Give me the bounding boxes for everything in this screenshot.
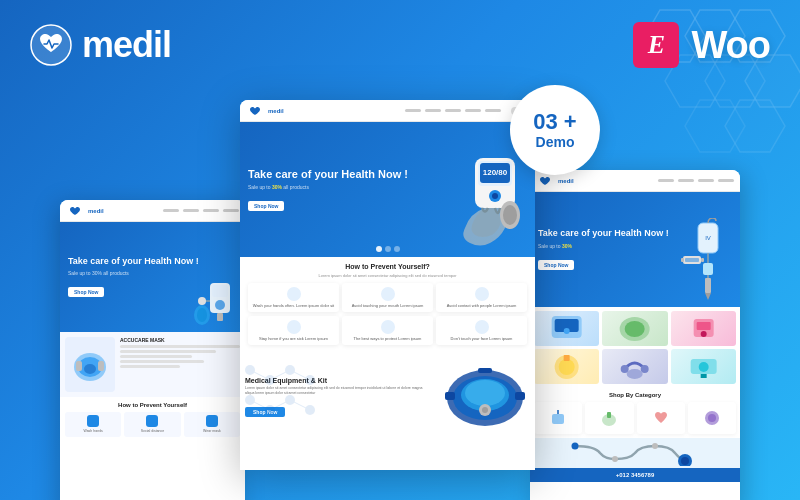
header: medil E Woo	[0, 0, 800, 90]
svg-point-80	[627, 369, 643, 379]
category-item-2	[585, 402, 633, 434]
card-text: Stay home if you are sick Lorem ipsum	[251, 336, 336, 341]
pagination-dot	[385, 246, 391, 252]
nav-item	[223, 209, 239, 212]
svg-point-94	[652, 443, 658, 449]
screen-center: medil Take care of your Health Now ! Sal…	[240, 100, 535, 470]
prevent-icon	[206, 415, 218, 427]
left-nav-items	[163, 209, 239, 212]
svg-rect-87	[607, 412, 611, 418]
svg-rect-83	[700, 374, 706, 378]
svg-point-56	[482, 407, 488, 413]
product-thumb-3	[671, 311, 736, 346]
badge-area: E Woo	[633, 22, 770, 68]
nav-item	[485, 109, 501, 112]
nav-item	[465, 109, 481, 112]
left-product-info: ACCUCARE MASK	[120, 337, 240, 392]
svg-point-76	[559, 359, 575, 375]
detail-line	[120, 345, 240, 348]
prevent-text: Wear mask	[187, 429, 237, 434]
svg-point-93	[612, 456, 618, 462]
svg-point-89	[708, 414, 716, 422]
right-product-grid	[530, 307, 740, 388]
woo-text: Woo	[691, 24, 770, 67]
left-prevent-title: How to Prevent Yourself	[65, 402, 240, 408]
prevent-icon	[146, 415, 158, 427]
logo-text: medil	[82, 24, 171, 66]
nav-item	[425, 109, 441, 112]
dna-decoration	[240, 360, 330, 439]
nav-item	[163, 209, 179, 212]
svg-rect-77	[564, 355, 570, 361]
svg-rect-15	[212, 285, 228, 297]
prevent-card: Wear mask	[184, 412, 240, 437]
center-nav-logo: medil	[268, 108, 284, 114]
center-nav-items	[405, 109, 501, 112]
svg-point-74	[700, 331, 706, 337]
svg-rect-66	[701, 258, 704, 262]
logo-area: medil	[30, 24, 171, 66]
svg-point-32	[492, 193, 498, 199]
hero-pagination	[376, 246, 400, 252]
svg-rect-62	[705, 278, 711, 293]
product-thumb-4	[534, 349, 599, 384]
card-icon	[381, 287, 395, 301]
prevent-text: Wash hands	[68, 429, 118, 434]
left-product-section: ACCUCARE MASK	[60, 332, 245, 397]
equip-image	[440, 360, 530, 434]
right-hero-btn[interactable]: Shop Now	[538, 260, 574, 270]
svg-rect-17	[217, 313, 223, 321]
nav-item	[405, 109, 421, 112]
detail-line	[120, 360, 204, 363]
left-hero-btn[interactable]: Shop Now	[68, 287, 104, 297]
screen-left: medil Take care of your Health Now ! Sal…	[60, 200, 245, 500]
category-row	[534, 402, 736, 434]
center-prevent-section: How to Prevent Yourself? Lorem ipsum dol…	[240, 257, 535, 355]
card-icon	[475, 320, 489, 334]
card-text: Wash your hands often. Lorem ipsum dolor…	[251, 303, 336, 308]
svg-rect-65	[681, 258, 684, 262]
prevent-card-3: Avoid contact with people Lorem ipsum	[436, 283, 527, 312]
svg-point-19	[198, 297, 206, 305]
svg-line-48	[290, 400, 310, 410]
svg-point-82	[698, 362, 708, 372]
svg-point-92	[681, 457, 689, 465]
svg-point-69	[564, 328, 570, 334]
right-hero: Take care of your Health Now ! Sale up t…	[530, 192, 740, 307]
svg-rect-53	[445, 392, 455, 400]
nav-item	[678, 179, 694, 182]
nav-item	[718, 179, 734, 182]
card-icon	[287, 287, 301, 301]
svg-rect-61	[703, 263, 713, 275]
elementor-label: E	[648, 30, 665, 60]
detail-line	[120, 365, 180, 368]
category-item-1	[534, 402, 582, 434]
screen-right: medil Take care of your Health Now ! Sal…	[530, 170, 740, 500]
svg-point-71	[625, 321, 645, 337]
svg-rect-25	[98, 361, 104, 371]
logo-icon	[30, 24, 72, 66]
prevent-card-6: Don't touch your face Lorem ipsum	[436, 316, 527, 345]
detail-line	[120, 350, 216, 353]
card-text: Don't touch your face Lorem ipsum	[439, 336, 524, 341]
woo-badge: Woo	[691, 24, 770, 67]
left-prevent-section: How to Prevent Yourself Wash hands Socia…	[60, 397, 245, 442]
right-logo-icon	[536, 176, 554, 186]
product-thumb-2	[602, 311, 667, 346]
prevent-text: Social distance	[127, 429, 177, 434]
left-prevent-grid: Wash hands Social distance Wear mask	[65, 412, 240, 437]
right-stethoscope-section	[530, 438, 740, 468]
center-prevent-desc: Lorem ipsum dolor sit amet consectetur a…	[248, 273, 527, 278]
center-hero-btn[interactable]: Shop Now	[248, 201, 284, 211]
svg-line-45	[290, 370, 310, 380]
svg-text:IV: IV	[705, 235, 711, 241]
prevent-card: Social distance	[124, 412, 180, 437]
center-screen-nav: medil	[240, 100, 535, 122]
prevent-icon	[87, 415, 99, 427]
center-hero-image: 120/80	[450, 143, 530, 257]
product-thumb-1	[534, 311, 599, 346]
svg-line-44	[270, 370, 290, 380]
demo-number: 03 +	[533, 110, 576, 134]
product-thumb-6	[671, 349, 736, 384]
left-hero: Take care of your Health Now ! Sale up t…	[60, 222, 245, 332]
